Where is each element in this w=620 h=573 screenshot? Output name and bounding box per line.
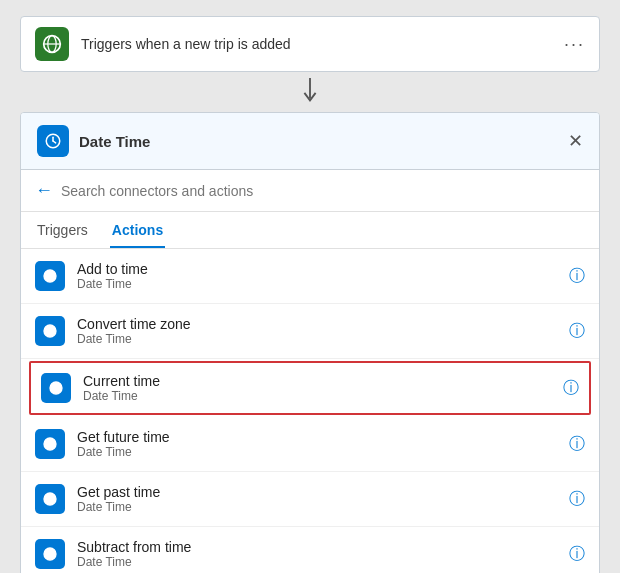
action-item-convert-time-zone[interactable]: Convert time zoneDate Timeⓘ [21,304,599,359]
trigger-more-button[interactable]: ··· [564,34,585,55]
clock-svg [42,268,58,284]
action-subtitle-get-past-time: Date Time [77,500,557,514]
clock-svg [42,436,58,452]
action-subtitle-convert-time-zone: Date Time [77,332,557,346]
action-name-subtract-from-time: Subtract from time [77,539,557,555]
clock-svg [42,323,58,339]
clock-icon-current-time [41,373,71,403]
date-time-panel: Date Time ✕ ← Triggers Actions Add to ti… [20,112,600,573]
action-subtitle-current-time: Date Time [83,389,551,403]
back-arrow-button[interactable]: ← [35,180,53,201]
action-subtitle-get-future-time: Date Time [77,445,557,459]
close-button[interactable]: ✕ [568,132,583,150]
info-icon-convert-time-zone[interactable]: ⓘ [569,321,585,342]
action-name-add-to-time: Add to time [77,261,557,277]
action-subtitle-add-to-time: Date Time [77,277,557,291]
panel-header-icon [37,125,69,157]
svg-line-6 [53,141,56,143]
action-name-get-past-time: Get past time [77,484,557,500]
info-icon-get-past-time[interactable]: ⓘ [569,489,585,510]
clock-icon-get-future-time [35,429,65,459]
action-item-current-time[interactable]: Current timeDate Timeⓘ [29,361,591,415]
trigger-icon [35,27,69,61]
clock-icon-convert-time-zone [35,316,65,346]
clock-svg [42,491,58,507]
search-input[interactable] [61,183,585,199]
clock-svg [48,380,64,396]
action-item-get-future-time[interactable]: Get future timeDate Timeⓘ [21,417,599,472]
panel-header: Date Time ✕ [21,113,599,170]
action-name-current-time: Current time [83,373,551,389]
action-item-subtract-from-time[interactable]: Subtract from timeDate Timeⓘ [21,527,599,573]
tab-triggers[interactable]: Triggers [35,212,90,248]
action-name-get-future-time: Get future time [77,429,557,445]
actions-list: Add to timeDate Timeⓘ Convert time zoneD… [21,249,599,573]
trigger-label: Triggers when a new trip is added [81,36,552,52]
action-item-add-to-time[interactable]: Add to timeDate Timeⓘ [21,249,599,304]
connector-arrow [298,78,322,106]
trigger-card: Triggers when a new trip is added ··· [20,16,600,72]
info-icon-subtract-from-time[interactable]: ⓘ [569,544,585,565]
info-icon-get-future-time[interactable]: ⓘ [569,434,585,455]
action-name-convert-time-zone: Convert time zone [77,316,557,332]
action-item-get-past-time[interactable]: Get past timeDate Timeⓘ [21,472,599,527]
globe-icon [42,34,62,54]
info-icon-current-time[interactable]: ⓘ [563,378,579,399]
action-subtitle-subtract-from-time: Date Time [77,555,557,569]
clock-icon-header [44,132,62,150]
search-bar: ← [21,170,599,212]
clock-icon-get-past-time [35,484,65,514]
tab-actions[interactable]: Actions [110,212,165,248]
panel-title: Date Time [79,133,558,150]
clock-icon-add-to-time [35,261,65,291]
tabs-bar: Triggers Actions [21,212,599,249]
clock-svg [42,546,58,562]
clock-icon-subtract-from-time [35,539,65,569]
info-icon-add-to-time[interactable]: ⓘ [569,266,585,287]
